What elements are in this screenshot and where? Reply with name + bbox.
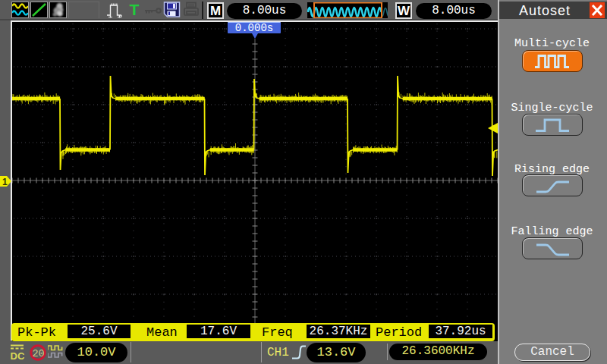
svg-text:20: 20: [33, 348, 45, 359]
svg-text:DC: DC: [11, 350, 25, 361]
svg-text:1: 1: [2, 177, 8, 187]
